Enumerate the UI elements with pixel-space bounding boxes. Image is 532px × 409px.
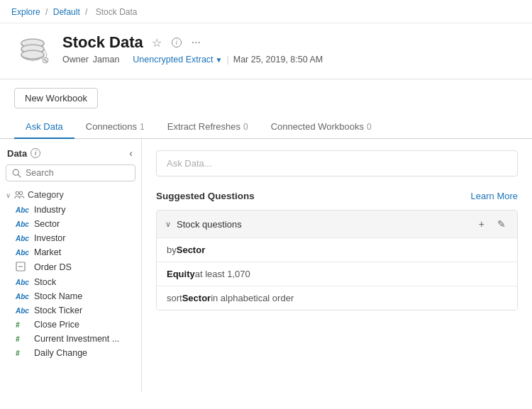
list-item[interactable]: AbcIndustry bbox=[0, 203, 141, 217]
question-text: sort bbox=[167, 293, 182, 303]
people-icon bbox=[14, 190, 24, 200]
accordion-actions: + ✎ bbox=[476, 217, 509, 231]
main-layout: Data i ‹ ∨ Category bbox=[0, 139, 532, 392]
accordion: ∨ Stock questions + ✎ by SectorEquity at… bbox=[156, 210, 518, 310]
field-type-label: # bbox=[16, 321, 30, 329]
tab-ask-data[interactable]: Ask Data bbox=[14, 116, 74, 139]
field-label: Sector bbox=[34, 219, 60, 229]
question-bold-text: Equity bbox=[167, 269, 195, 279]
field-type-label: Abc bbox=[16, 206, 30, 214]
search-box bbox=[6, 164, 135, 181]
extract-link[interactable]: Unencrypted Extract ▼ bbox=[133, 55, 222, 65]
accordion-edit-button[interactable]: ✎ bbox=[494, 217, 509, 231]
svg-line-5 bbox=[18, 174, 21, 177]
extract-arrow: ▼ bbox=[216, 56, 223, 64]
field-label: Stock Ticker bbox=[34, 306, 82, 315]
content-area: Ask Data... Suggested Questions Learn Mo… bbox=[142, 139, 532, 392]
tabs-bar: Ask Data Connections1 Extract Refreshes0… bbox=[0, 108, 532, 139]
list-item[interactable]: AbcStock Ticker bbox=[0, 303, 141, 318]
list-item[interactable]: AbcStock Name bbox=[0, 289, 141, 303]
svg-point-2 bbox=[21, 50, 44, 59]
extract-text: Unencrypted Extract bbox=[133, 55, 213, 65]
field-label: Stock bbox=[34, 277, 56, 287]
breadcrumb-current: Stock Data bbox=[96, 7, 138, 17]
list-item[interactable]: AbcInvestor bbox=[0, 231, 141, 245]
field-type-label: Abc bbox=[16, 220, 30, 228]
info-circle-icon: i bbox=[172, 38, 182, 47]
accordion-chevron: ∨ bbox=[165, 220, 171, 229]
list-item[interactable]: AbcSector bbox=[0, 217, 141, 231]
search-input[interactable] bbox=[26, 168, 129, 178]
sidebar-info-icon[interactable]: i bbox=[31, 148, 40, 158]
questions-list: by SectorEquity at least 1,070sort Secto… bbox=[157, 237, 517, 310]
field-label: Close Price bbox=[34, 320, 79, 330]
accordion-add-button[interactable]: + bbox=[476, 217, 487, 231]
tree-group-label: Category bbox=[28, 190, 64, 200]
svg-point-7 bbox=[19, 191, 22, 194]
search-icon bbox=[12, 169, 21, 178]
question-bold-text: Sector bbox=[177, 245, 205, 255]
list-item[interactable]: Order DS bbox=[0, 259, 141, 275]
field-label: Current Investment ... bbox=[34, 334, 119, 344]
toolbar: New Workbook bbox=[0, 79, 532, 108]
sidebar-title: Data i bbox=[7, 148, 40, 159]
tree-items: AbcIndustryAbcSectorAbcInvestorAbcMarket… bbox=[0, 203, 141, 360]
owner-label: Owner bbox=[62, 55, 89, 65]
field-type-label: Abc bbox=[16, 307, 30, 315]
list-item[interactable]: #Current Investment ... bbox=[0, 332, 141, 346]
question-text: by bbox=[167, 245, 177, 255]
breadcrumb-explore[interactable]: Explore bbox=[11, 7, 40, 17]
sidebar-collapse-button[interactable]: ‹ bbox=[128, 146, 134, 160]
tab-connections[interactable]: Connections1 bbox=[74, 116, 156, 139]
tab-extract-refreshes[interactable]: Extract Refreshes0 bbox=[156, 116, 260, 139]
page-title: Stock Data bbox=[62, 33, 143, 52]
tab-connected-workbooks[interactable]: Connected Workbooks0 bbox=[260, 116, 383, 139]
list-item[interactable]: AbcMarket bbox=[0, 245, 141, 259]
field-type-label: Abc bbox=[16, 235, 30, 242]
list-item[interactable]: #Daily Change bbox=[0, 346, 141, 360]
tree-group: ∨ Category bbox=[0, 187, 141, 203]
star-button[interactable]: ☆ bbox=[150, 35, 163, 51]
accordion-left: ∨ Stock questions bbox=[165, 219, 242, 230]
question-item[interactable]: sort Sector in alphabetical order bbox=[157, 286, 517, 310]
field-type-label: # bbox=[16, 349, 30, 357]
page-header: Stock Data ☆ i ··· Owner Jaman Unencrypt… bbox=[0, 23, 532, 79]
question-text: at least 1,070 bbox=[195, 269, 250, 279]
field-type-label: Abc bbox=[16, 249, 30, 257]
field-label: Order DS bbox=[34, 262, 72, 272]
field-label: Industry bbox=[34, 205, 65, 215]
breadcrumb: Explore / Default / Stock Data bbox=[0, 0, 532, 23]
field-type-label bbox=[16, 262, 30, 273]
datasource-icon bbox=[14, 33, 51, 70]
question-text: in alphabetical order bbox=[211, 293, 294, 303]
question-item[interactable]: Equity at least 1,070 bbox=[157, 262, 517, 286]
accordion-header[interactable]: ∨ Stock questions + ✎ bbox=[157, 211, 517, 237]
breadcrumb-default[interactable]: Default bbox=[53, 7, 80, 17]
field-type-label: # bbox=[16, 335, 30, 343]
sidebar-header: Data i ‹ bbox=[0, 139, 141, 164]
header-date: Mar 25, 2019, 8:50 AM bbox=[233, 55, 323, 65]
sidebar: Data i ‹ ∨ Category bbox=[0, 139, 142, 392]
list-item[interactable]: AbcStock bbox=[0, 275, 141, 289]
question-item[interactable]: by Sector bbox=[157, 237, 517, 262]
field-type-label: Abc bbox=[16, 279, 30, 286]
new-workbook-button[interactable]: New Workbook bbox=[14, 88, 98, 108]
breadcrumb-sep1: / bbox=[45, 7, 48, 17]
suggested-header: Suggested Questions Learn More bbox=[156, 191, 518, 201]
field-label: Investor bbox=[34, 233, 65, 243]
list-item[interactable]: #Close Price bbox=[0, 318, 141, 332]
accordion-label: Stock questions bbox=[177, 219, 242, 230]
field-label: Daily Change bbox=[34, 348, 87, 358]
tree-group-chevron: ∨ bbox=[6, 191, 11, 199]
info-button[interactable]: i bbox=[170, 36, 183, 49]
field-type-label: Abc bbox=[16, 293, 30, 301]
suggested-questions-title: Suggested Questions bbox=[156, 191, 255, 201]
breadcrumb-sep2: / bbox=[85, 7, 87, 17]
more-options-button[interactable]: ··· bbox=[190, 35, 202, 50]
field-label: Market bbox=[34, 247, 61, 257]
learn-more-link[interactable]: Learn More bbox=[471, 191, 518, 201]
tree-group-header[interactable]: ∨ Category bbox=[0, 187, 141, 203]
header-info: Stock Data ☆ i ··· Owner Jaman Unencrypt… bbox=[62, 33, 518, 65]
ask-data-input[interactable]: Ask Data... bbox=[156, 150, 518, 177]
question-bold-text: Sector bbox=[182, 293, 211, 303]
